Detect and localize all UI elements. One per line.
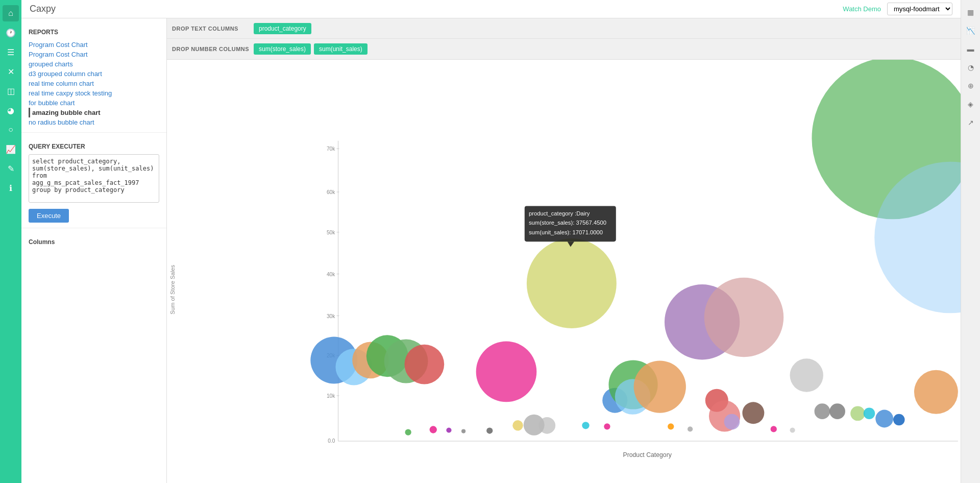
svg-point-53	[815, 403, 830, 419]
svg-point-57	[875, 410, 893, 428]
pie-icon[interactable]: ◕	[3, 102, 19, 118]
body-split: REPORTS Program Cost Chart Program Cost …	[21, 18, 961, 483]
svg-text:sum(store_sales): 37567.4500: sum(store_sales): 37567.4500	[529, 220, 606, 226]
line-chart-icon[interactable]: 📉	[964, 23, 978, 38]
sidebar: REPORTS Program Cost Chart Program Cost …	[21, 18, 167, 483]
right-navigation: ▦ 📉 ▬ ◔ ⊕ ◈ ↗	[961, 0, 980, 483]
query-textarea[interactable]: select product_category, sum(store_sales…	[29, 154, 159, 203]
svg-text:sum(unit_sales): 17071.0000: sum(unit_sales): 17071.0000	[529, 229, 603, 235]
close-icon[interactable]: ✕	[3, 63, 19, 80]
svg-point-26	[405, 429, 411, 435]
drop-zones: DROP TEXT COLUMNS product_category DROP …	[167, 18, 961, 60]
query-executer-section: QUERY EXECUTER select product_category, …	[21, 132, 166, 228]
unit-sales-tag[interactable]: sum(unit_sales)	[314, 43, 368, 55]
area-chart-icon[interactable]: ◈	[964, 97, 978, 111]
report-link-2[interactable]: grouped charts	[29, 59, 159, 69]
pie-chart-icon[interactable]: ◔	[964, 60, 978, 75]
info-icon[interactable]: ℹ	[3, 180, 19, 196]
drop-number-row: DROP NUMBER COLUMNS sum(store_sales) sum…	[167, 39, 961, 59]
report-link-3[interactable]: d3 grouped column chart	[29, 69, 159, 79]
svg-point-32	[512, 420, 523, 430]
svg-point-51	[790, 427, 795, 432]
share-icon[interactable]: ↗	[964, 115, 978, 130]
donut-chart-icon[interactable]: ⊕	[964, 79, 978, 93]
database-selector[interactable]: mysql-foodmart	[887, 3, 952, 15]
svg-point-49	[742, 402, 764, 424]
area-icon[interactable]: 📈	[3, 141, 19, 157]
drop-number-label: DROP NUMBER COLUMNS	[172, 46, 254, 52]
circle-icon[interactable]: ○	[3, 122, 19, 138]
svg-point-59	[914, 370, 958, 414]
header: Caxpy Watch Demo mysql-foodmart	[21, 0, 961, 18]
reports-title: REPORTS	[29, 29, 159, 36]
layers-icon[interactable]: ◫	[3, 83, 19, 99]
bubble-chart-svg: Sum of Store Sales 70k 60k 50k 40k 30k	[167, 60, 961, 483]
svg-text:40k: 40k	[327, 272, 335, 277]
svg-point-54	[829, 403, 845, 419]
report-link-0[interactable]: Program Cost Chart	[29, 40, 159, 50]
svg-point-55	[850, 406, 865, 421]
svg-text:10k: 10k	[327, 393, 335, 399]
edit-icon[interactable]: ✎	[3, 160, 19, 177]
watch-demo-link[interactable]: Watch Demo	[843, 5, 881, 13]
svg-text:70k: 70k	[327, 146, 335, 152]
left-navigation: ⌂ 🕐 ☰ ✕ ◫ ◕ ○ 📈 ✎ ℹ	[0, 0, 21, 483]
svg-point-31	[476, 342, 537, 402]
columns-section: Columns	[21, 228, 166, 255]
svg-point-43	[688, 426, 693, 431]
svg-text:60k: 60k	[327, 189, 335, 195]
svg-point-29	[461, 429, 465, 433]
column-chart-icon[interactable]: ▬	[964, 42, 978, 56]
svg-point-42	[668, 423, 674, 429]
svg-point-25	[404, 345, 444, 384]
svg-point-34	[538, 417, 555, 434]
chart-canvas: Sum of Store Sales 70k 60k 50k 40k 30k	[167, 60, 961, 483]
home-icon[interactable]: ⌂	[3, 5, 19, 21]
svg-point-35	[527, 238, 617, 328]
svg-text:Sum of Store Sales: Sum of Store Sales	[169, 264, 176, 314]
svg-point-58	[893, 414, 905, 426]
query-executer-title: QUERY EXECUTER	[29, 143, 159, 150]
clock-icon[interactable]: 🕐	[3, 25, 19, 41]
svg-point-52	[790, 358, 823, 392]
svg-text:30k: 30k	[327, 313, 335, 319]
drop-text-label: DROP TEXT COLUMNS	[172, 26, 254, 32]
svg-point-36	[582, 422, 589, 429]
grid-icon[interactable]: ☰	[3, 44, 19, 60]
reports-section: REPORTS Program Cost Chart Program Cost …	[21, 29, 166, 127]
svg-text:product_category :Dairy: product_category :Dairy	[529, 210, 590, 216]
svg-point-27	[430, 426, 437, 433]
report-link-4[interactable]: real time column chart	[29, 79, 159, 88]
chart-area: DROP TEXT COLUMNS product_category DROP …	[167, 18, 961, 483]
report-link-1[interactable]: Program Cost Chart	[29, 50, 159, 59]
svg-text:50k: 50k	[327, 230, 335, 235]
product-category-tag[interactable]: product_category	[254, 23, 311, 34]
svg-point-47	[724, 414, 740, 430]
svg-point-37	[604, 423, 610, 429]
svg-point-41	[634, 360, 686, 413]
svg-point-28	[446, 427, 451, 432]
report-link-6[interactable]: for bubble chart	[29, 98, 159, 108]
execute-button[interactable]: Execute	[29, 209, 69, 223]
svg-text:Product Category: Product Category	[623, 451, 672, 458]
svg-point-48	[704, 278, 784, 357]
svg-text:0.0: 0.0	[328, 438, 335, 444]
svg-point-56	[864, 408, 875, 420]
drop-text-row: DROP TEXT COLUMNS product_category	[167, 18, 961, 39]
main-content: Caxpy Watch Demo mysql-foodmart REPORTS …	[21, 0, 961, 483]
store-sales-tag[interactable]: sum(store_sales)	[254, 43, 311, 55]
svg-point-50	[771, 426, 777, 432]
report-link-5[interactable]: real time caxpy stock testing	[29, 88, 159, 98]
columns-title: Columns	[29, 238, 159, 246]
app-title: Caxpy	[30, 4, 843, 14]
svg-point-30	[486, 427, 493, 433]
bar-chart-icon[interactable]: ▦	[964, 5, 978, 19]
report-link-8[interactable]: no radius bubble chart	[29, 117, 159, 127]
report-link-7[interactable]: amazing bubble chart	[29, 108, 159, 117]
